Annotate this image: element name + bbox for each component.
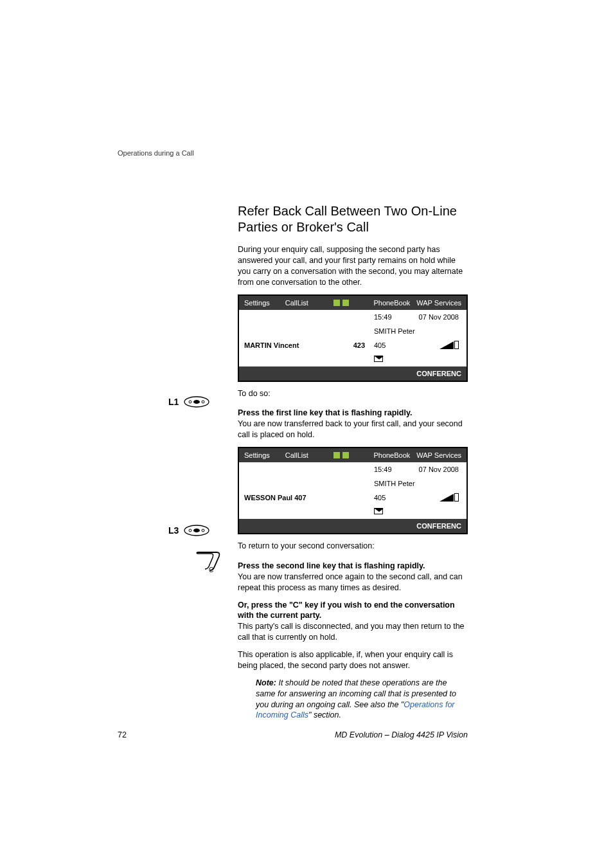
todo-text: To do so: — [238, 388, 468, 399]
note-block: Note: It should be noted that these oper… — [256, 678, 468, 721]
svg-point-7 — [202, 529, 204, 532]
phone-screen-1: Settings CallList PhoneBook WAP Services… — [238, 294, 468, 382]
svg-point-2 — [193, 400, 200, 404]
screen-owner: SMITH Peter — [374, 480, 407, 487]
page-number: 72 — [118, 730, 127, 739]
l3-title: Press the second line key that is flashi… — [238, 561, 425, 570]
intro-paragraph: During your enquiry call, supposing the … — [238, 244, 468, 288]
c-key-icon: C — [195, 551, 222, 573]
screen-date: 07 Nov 2008 — [407, 313, 464, 321]
header-section: Operations during a Call — [118, 149, 194, 157]
screen-menu-bar: Settings CallList PhoneBook WAP Services — [239, 296, 466, 310]
footer-title: MD Evolution – Dialog 4425 IP Vision — [335, 730, 468, 739]
svg-text:C: C — [209, 566, 213, 573]
l1-body: You are now transferred back to your fir… — [238, 419, 463, 439]
menu-wap: WAP Services — [416, 299, 461, 307]
screen-ext: 405 — [374, 494, 407, 502]
softkey-conference: CONFERENC — [416, 370, 461, 377]
l3-label: L3 — [168, 525, 179, 536]
l1-key-marker: L1 — [168, 396, 209, 408]
signal-icon — [440, 340, 459, 349]
ckey-instruction: Or, press the "C" key if you wish to end… — [238, 600, 468, 644]
softkey-icon — [184, 396, 209, 408]
section-heading: Refer Back Call Between Two On-Line Part… — [238, 203, 468, 235]
l1-label: L1 — [168, 397, 179, 407]
svg-point-1 — [189, 401, 191, 403]
note-body-post: " section. — [308, 710, 341, 719]
screen-date: 07 Nov 2008 — [407, 466, 464, 473]
screen-softkey-bar: CONFERENC — [239, 366, 466, 381]
screen-menu-bar: Settings CallList PhoneBook WAP Services — [239, 448, 466, 462]
ckey-extra: This operation is also applicable, if, w… — [238, 649, 468, 671]
screen-time: 15:49 — [374, 313, 407, 321]
screen-owner: SMITH Peter — [374, 327, 407, 335]
softkey-icon — [184, 525, 209, 536]
l1-title: Press the first line key that is flashin… — [238, 408, 412, 417]
return-text: To return to your second conversation: — [238, 541, 468, 552]
ckey-title: Or, press the "C" key if you wish to end… — [238, 601, 455, 620]
svg-point-6 — [193, 529, 200, 532]
menu-wap: WAP Services — [416, 451, 461, 459]
screen-ext: 405 — [374, 341, 407, 349]
softkey-conference: CONFERENC — [416, 522, 461, 530]
screen-time: 15:49 — [374, 466, 407, 473]
envelope-icon — [374, 356, 383, 362]
caller-number: 423 — [353, 341, 374, 349]
menu-phonebook: PhoneBook — [373, 299, 410, 307]
menu-phonebook: PhoneBook — [373, 451, 410, 459]
signal-icon — [440, 493, 459, 502]
l3-instruction: Press the second line key that is flashi… — [238, 561, 468, 593]
l1-instruction: Press the first line key that is flashin… — [238, 408, 468, 440]
screen-softkey-bar: CONFERENC — [239, 519, 466, 533]
l3-key-marker: L3 — [168, 525, 209, 536]
status-squares-icon — [333, 452, 349, 458]
phone-screen-2: Settings CallList PhoneBook WAP Services… — [238, 447, 468, 534]
note-label: Note: — [256, 678, 276, 687]
status-squares-icon — [333, 300, 349, 306]
svg-point-5 — [189, 529, 191, 532]
menu-calllist: CallList — [285, 451, 308, 459]
caller-name: WESSON Paul 407 — [244, 494, 306, 502]
menu-settings: Settings — [244, 451, 270, 459]
ckey-body: This party's call is disconnected, and y… — [238, 622, 465, 642]
envelope-icon — [374, 508, 383, 514]
l3-body: You are now transferred once again to th… — [238, 572, 463, 592]
caller-name: MARTIN Vincent — [244, 341, 299, 349]
menu-calllist: CallList — [285, 299, 308, 307]
menu-settings: Settings — [244, 299, 270, 307]
svg-point-3 — [202, 401, 204, 403]
